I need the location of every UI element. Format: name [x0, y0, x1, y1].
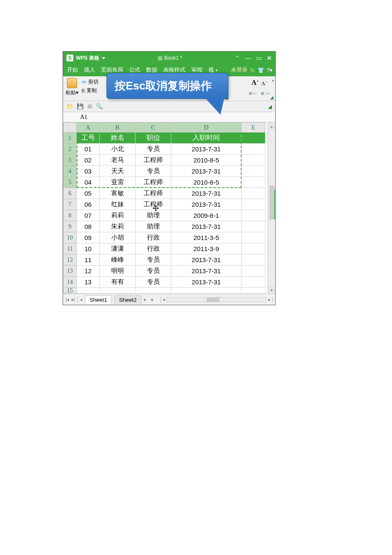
cell[interactable]: 02 [77, 155, 100, 166]
cell[interactable]: 姓名 [100, 133, 135, 144]
cell[interactable]: 2013-7-31 [171, 266, 242, 277]
cell[interactable]: 05 [77, 188, 100, 199]
cell[interactable]: 莉莉 [100, 210, 135, 221]
cell[interactable] [242, 254, 265, 266]
close-icon[interactable]: ✕ [267, 55, 272, 61]
scroll-up-icon[interactable]: ▴ [268, 122, 275, 130]
help-icon[interactable]: ?▾ [267, 67, 273, 73]
row-header[interactable]: 7 [63, 199, 77, 210]
row-header[interactable]: 2 [63, 144, 77, 155]
cell[interactable] [242, 221, 265, 232]
cell[interactable] [135, 288, 171, 294]
cell[interactable] [242, 144, 265, 155]
cell[interactable]: 2010-8-5 [171, 155, 242, 166]
sheet-tab-1[interactable]: Sheet1 [85, 295, 112, 304]
cell[interactable]: 职位 [135, 133, 171, 144]
indent-right-icon[interactable]: ≡→ [261, 90, 270, 97]
row-header[interactable]: 10 [63, 232, 77, 243]
cell[interactable]: 专员 [135, 277, 171, 288]
cell[interactable]: 2013-7-31 [171, 254, 242, 266]
cell[interactable]: 小北 [100, 144, 135, 155]
cell[interactable]: 老马 [100, 155, 135, 166]
cell[interactable]: 12 [77, 266, 100, 277]
cell[interactable]: 明明 [100, 266, 135, 277]
cell[interactable] [242, 155, 265, 166]
cell[interactable]: 专员 [135, 144, 171, 155]
cell[interactable]: 朱莉 [100, 221, 135, 232]
cell[interactable] [171, 288, 242, 294]
last-sheet-icon[interactable]: ▸| [72, 297, 75, 302]
cell[interactable] [100, 288, 135, 294]
font-increase-button[interactable]: A+ [251, 79, 259, 87]
expand-icon[interactable]: ◢ [270, 95, 274, 100]
row-header[interactable]: 11 [63, 243, 77, 254]
paste-icon[interactable] [67, 78, 77, 88]
cell[interactable] [242, 288, 265, 294]
collapse-icon[interactable]: ⌃ [235, 55, 240, 61]
cell[interactable]: 08 [77, 221, 100, 232]
indent-left-icon[interactable]: ≡← [249, 90, 258, 97]
cell[interactable] [242, 177, 265, 188]
tab-scroll-icon[interactable]: ▸ [216, 68, 218, 72]
cut-label[interactable]: 剪切 [88, 78, 98, 86]
cell[interactable] [242, 188, 265, 199]
minimize-icon[interactable]: — [245, 55, 251, 61]
cell[interactable]: 行政 [135, 232, 171, 243]
cell[interactable]: 09 [77, 232, 100, 243]
cell[interactable]: 小胡 [100, 232, 135, 243]
hscroll-thumb[interactable] [207, 298, 219, 302]
row-header[interactable]: 4 [63, 166, 77, 177]
col-header-b[interactable]: B [100, 122, 135, 133]
cell[interactable]: 工程师 [135, 155, 171, 166]
folder-icon[interactable]: 📁 [66, 103, 73, 110]
cell[interactable]: 11 [77, 254, 100, 266]
copy-label[interactable]: 复制 [86, 87, 97, 94]
vertical-scrollbar[interactable]: ▴ ▾ [268, 122, 275, 294]
ribbon-more-icon[interactable]: ▸ [272, 78, 274, 83]
row-header[interactable]: 3 [63, 155, 77, 166]
preview-icon[interactable]: 🔍 [96, 103, 103, 110]
expand-icon[interactable]: ◢ [268, 104, 272, 110]
add-sheet-button[interactable]: + [149, 296, 156, 303]
cell[interactable]: 2013-7-31 [171, 277, 242, 288]
col-header-c[interactable]: C [135, 122, 171, 133]
cell-reference[interactable]: A1 [80, 114, 87, 121]
col-header-e[interactable]: E [242, 122, 265, 133]
row-header[interactable]: 8 [63, 210, 77, 221]
row-header[interactable]: 14 [63, 277, 77, 288]
cell[interactable]: 2013-7-31 [171, 166, 242, 177]
save-icon[interactable]: 💾 [77, 103, 84, 110]
cell[interactable] [242, 133, 265, 144]
row-header[interactable]: 12 [63, 254, 77, 266]
cell[interactable]: 2011-3-9 [171, 243, 242, 254]
cell[interactable]: 峰峰 [100, 254, 135, 266]
cell[interactable]: 2013-7-31 [171, 144, 242, 155]
cell[interactable]: 06 [77, 199, 100, 210]
cell[interactable]: 有有 [100, 277, 135, 288]
cell[interactable] [242, 232, 265, 243]
cell[interactable] [242, 266, 265, 277]
row-header[interactable]: 1 [63, 133, 77, 144]
cell[interactable]: 助理 [135, 210, 171, 221]
cell[interactable]: 专员 [135, 266, 171, 277]
prev-sheet-icon[interactable]: ◂ [80, 297, 82, 302]
tab-insert[interactable]: 插入 [83, 65, 96, 75]
cell[interactable]: 富敏 [100, 188, 135, 199]
cell[interactable]: 潇潇 [100, 243, 135, 254]
sync-icon[interactable]: ↻ [250, 67, 255, 73]
row-header[interactable]: 6 [63, 188, 77, 199]
hscroll-track[interactable] [167, 297, 267, 302]
copy-icon[interactable]: ⎘ [82, 88, 85, 94]
login-text[interactable]: 未登录 [231, 66, 248, 74]
row-header[interactable]: 5 [63, 177, 77, 188]
cell[interactable]: 01 [77, 144, 100, 155]
cell[interactable]: 13 [77, 277, 100, 288]
cell[interactable] [242, 166, 265, 177]
cell[interactable]: 07 [77, 210, 100, 221]
cell[interactable]: 行政 [135, 243, 171, 254]
print-icon[interactable]: 🖶 [87, 103, 92, 110]
col-header-d[interactable]: D [171, 122, 242, 133]
cell[interactable]: 工号 [77, 133, 100, 144]
cell[interactable]: 03 [77, 166, 100, 177]
cell[interactable]: 2010-8-5 [171, 177, 242, 188]
